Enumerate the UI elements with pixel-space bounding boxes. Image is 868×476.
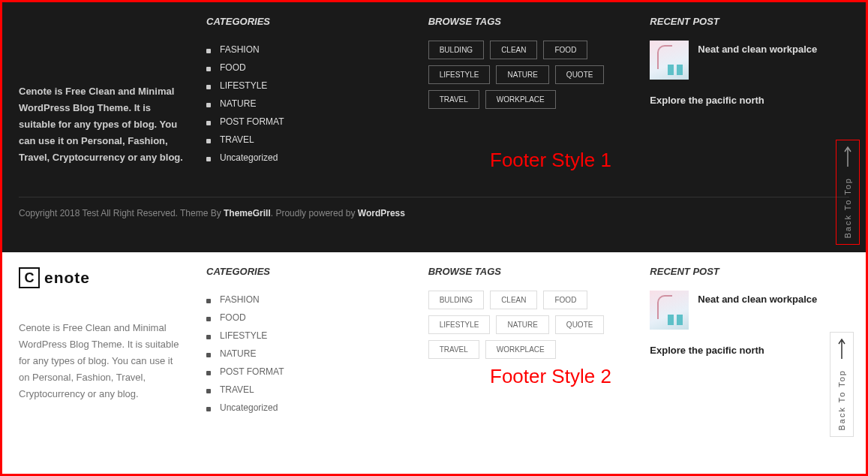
recent-posts-column: RECENT POST Neat and clean workpalce Exp…	[650, 266, 849, 417]
tags-heading: BROWSE TAGS	[428, 266, 628, 277]
tag-item[interactable]: CLEAN	[490, 41, 537, 59]
tag-cloud: BULDING CLEAN FOOD LIFESTYLE NATURE QUOT…	[428, 291, 628, 359]
annotation-label: Footer Style 1	[490, 149, 611, 172]
category-list: FASHION FOOD LIFESTYLE NATURE POST FORMA…	[206, 291, 406, 417]
logo-mark: C	[19, 267, 40, 288]
recent-post-heading: RECENT POST	[650, 16, 849, 27]
tags-heading: BROWSE TAGS	[428, 16, 628, 27]
post-title: Neat and clean workpalce	[698, 41, 817, 55]
post-thumbnail	[650, 291, 689, 330]
category-item[interactable]: LIFESTYLE	[206, 327, 406, 345]
category-item[interactable]: FOOD	[206, 59, 406, 77]
back-to-top-button[interactable]: Back To Top	[836, 140, 860, 245]
category-item[interactable]: NATURE	[206, 345, 406, 363]
category-item[interactable]: LIFESTYLE	[206, 77, 406, 95]
tag-item[interactable]: QUOTE	[555, 65, 605, 84]
tags-column: BROWSE TAGS BULDING CLEAN FOOD LIFESTYLE…	[428, 266, 628, 417]
copyright-text: . Proudly powered by	[271, 208, 358, 218]
category-item[interactable]: TRAVEL	[206, 131, 406, 149]
recent-post-heading: RECENT POST	[650, 266, 849, 277]
category-item[interactable]: POST FORMAT	[206, 363, 406, 381]
tag-item[interactable]: LIFESTYLE	[428, 65, 491, 84]
about-column: Cenote is Free Clean and Minimal WordPre…	[19, 16, 184, 167]
category-item[interactable]: FASHION	[206, 291, 406, 309]
arrow-up-icon	[836, 338, 847, 363]
tag-cloud: BULDING CLEAN FOOD LIFESTYLE NATURE QUOT…	[428, 41, 628, 109]
theme-author-link[interactable]: ThemeGrill	[224, 208, 271, 218]
tag-item[interactable]: TRAVEL	[428, 90, 479, 109]
tag-item[interactable]: LIFESTYLE	[428, 315, 491, 334]
post-thumbnail	[650, 41, 689, 80]
recent-post-item[interactable]: Explore the pacific north	[650, 95, 849, 106]
footer-style-1: Cenote is Free Clean and Minimal WordPre…	[2, 2, 866, 252]
category-list: FASHION FOOD LIFESTYLE NATURE POST FORMA…	[206, 41, 406, 167]
recent-post-item[interactable]: Neat and clean workpalce	[650, 291, 849, 330]
footer-columns: Cenote is Free Clean and Minimal WordPre…	[19, 16, 849, 167]
category-item[interactable]: POST FORMAT	[206, 113, 406, 131]
tag-item[interactable]: QUOTE	[555, 315, 605, 334]
category-item[interactable]: NATURE	[206, 95, 406, 113]
recent-post-item[interactable]: Neat and clean workpalce	[650, 41, 849, 80]
categories-heading: CATEGORIES	[206, 266, 406, 277]
category-item[interactable]: FOOD	[206, 309, 406, 327]
back-to-top-label: Back To Top	[837, 369, 846, 431]
tag-item[interactable]: CLEAN	[490, 291, 537, 309]
tag-item[interactable]: BULDING	[428, 41, 484, 59]
tag-item[interactable]: NATURE	[496, 315, 548, 334]
footer-columns: C enote Cenote is Free Clean and Minimal…	[19, 266, 849, 417]
categories-column: CATEGORIES FASHION FOOD LIFESTYLE NATURE…	[206, 16, 406, 167]
about-text: Cenote is Free Clean and Minimal WordPre…	[19, 320, 184, 402]
tags-column: BROWSE TAGS BULDING CLEAN FOOD LIFESTYLE…	[428, 16, 628, 167]
about-column: C enote Cenote is Free Clean and Minimal…	[19, 266, 184, 417]
platform-link[interactable]: WordPress	[358, 208, 405, 218]
post-title: Neat and clean workpalce	[698, 291, 817, 305]
copyright-text: Copyright 2018 Test All Right Reserved. …	[19, 208, 224, 218]
tag-item[interactable]: BULDING	[428, 291, 484, 309]
tag-item[interactable]: NATURE	[496, 65, 548, 84]
logo-text: enote	[44, 269, 90, 287]
categories-column: CATEGORIES FASHION FOOD LIFESTYLE NATURE…	[206, 266, 406, 417]
tag-item[interactable]: TRAVEL	[428, 340, 479, 359]
site-logo[interactable]	[19, 16, 98, 56]
back-to-top-button[interactable]: Back To Top	[830, 332, 854, 437]
category-item[interactable]: Uncategorized	[206, 149, 406, 167]
category-item[interactable]: Uncategorized	[206, 399, 406, 417]
recent-posts-column: RECENT POST Neat and clean workpalce Exp…	[650, 16, 849, 167]
tag-item[interactable]: WORKPLACE	[485, 90, 556, 109]
categories-heading: CATEGORIES	[206, 16, 406, 27]
tag-item[interactable]: FOOD	[543, 41, 587, 59]
footer-style-2: C enote Cenote is Free Clean and Minimal…	[2, 252, 866, 474]
arrow-up-icon	[842, 146, 853, 171]
copyright-bar: Copyright 2018 Test All Right Reserved. …	[19, 197, 849, 218]
recent-post-item[interactable]: Explore the pacific north	[650, 345, 849, 356]
category-item[interactable]: FASHION	[206, 41, 406, 59]
site-logo[interactable]: C enote	[19, 266, 98, 290]
about-text: Cenote is Free Clean and Minimal WordPre…	[19, 83, 184, 166]
category-item[interactable]: TRAVEL	[206, 381, 406, 399]
tag-item[interactable]: FOOD	[543, 291, 587, 309]
back-to-top-label: Back To Top	[843, 177, 852, 239]
annotation-label: Footer Style 2	[490, 365, 611, 388]
tag-item[interactable]: WORKPLACE	[485, 340, 556, 359]
